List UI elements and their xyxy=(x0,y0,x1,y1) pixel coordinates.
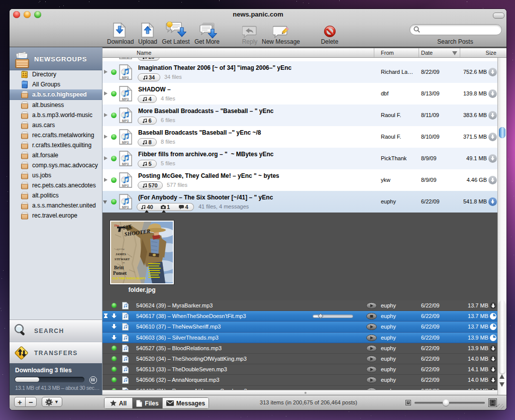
svg-text:The: The xyxy=(114,224,120,227)
svg-text:as: as xyxy=(123,261,125,264)
svg-text:starring: starring xyxy=(117,248,125,250)
svg-text:JAMES: JAMES xyxy=(116,252,127,256)
svg-text:STEWART: STEWART xyxy=(115,257,130,261)
svg-text:OLD TIME RADIO IN MP3: OLD TIME RADIO IN MP3 xyxy=(112,277,146,280)
svg-text:Britt: Britt xyxy=(114,265,124,270)
svg-text:Ponset: Ponset xyxy=(113,271,127,276)
